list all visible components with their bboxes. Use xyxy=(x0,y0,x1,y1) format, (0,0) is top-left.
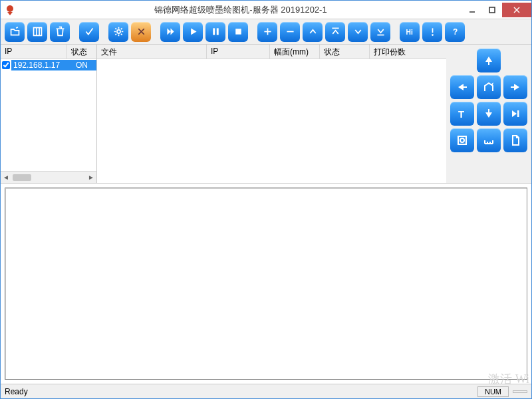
col-ip[interactable]: IP xyxy=(207,45,270,59)
text-button[interactable]: T xyxy=(450,102,474,126)
col-status[interactable]: 状态 xyxy=(67,45,96,59)
device-row[interactable]: 192.168.1.17 ON xyxy=(1,59,96,71)
move-up-button[interactable] xyxy=(303,22,323,42)
minimize-button[interactable] xyxy=(462,3,482,17)
device-ip: 192.168.1.17 xyxy=(11,60,67,70)
device-scrollbar[interactable]: ◄ ► xyxy=(1,171,96,183)
open-file-button[interactable] xyxy=(5,22,25,42)
job-list-panel: 文件 IP 幅面(mm) 状态 打印份数 xyxy=(97,45,446,183)
svg-rect-27 xyxy=(458,136,466,144)
status-ready: Ready xyxy=(5,387,473,396)
main-toolbar: Hi ? xyxy=(1,19,531,45)
help-button[interactable]: ? xyxy=(445,22,465,42)
confirm-button[interactable] xyxy=(79,22,99,42)
tools-button[interactable] xyxy=(131,22,151,42)
move-bottom-button[interactable] xyxy=(370,22,390,42)
pause-button[interactable] xyxy=(205,22,225,42)
status-num: NUM xyxy=(477,386,509,397)
direction-pad: T xyxy=(446,45,531,183)
skip-forward-button[interactable] xyxy=(503,102,527,126)
stop-button[interactable] xyxy=(228,22,248,42)
dpad-down-button[interactable] xyxy=(477,102,501,126)
svg-text:?: ? xyxy=(453,27,458,37)
title-bar: 锦德网络超级喷墨绘图机-服务器 20191202-1 xyxy=(1,1,531,19)
target-button[interactable] xyxy=(450,128,474,152)
col-copies[interactable]: 打印份数 xyxy=(370,45,446,59)
window-title: 锦德网络超级喷墨绘图机-服务器 20191202-1 xyxy=(19,4,462,16)
hi-button[interactable]: Hi xyxy=(400,22,420,42)
job-list-header: 文件 IP 幅面(mm) 状态 打印份数 xyxy=(97,45,446,59)
device-list[interactable]: 192.168.1.17 ON xyxy=(1,59,96,171)
svg-rect-26 xyxy=(517,110,519,117)
settings-button[interactable] xyxy=(108,22,128,42)
svg-rect-2 xyxy=(489,7,495,13)
status-empty-cell xyxy=(513,390,527,393)
device-list-panel: IP 状态 192.168.1.17 ON ◄ ► xyxy=(1,45,97,183)
col-file[interactable]: 文件 xyxy=(97,45,207,59)
move-down-button[interactable] xyxy=(348,22,368,42)
svg-rect-5 xyxy=(33,28,41,36)
svg-text:Hi: Hi xyxy=(406,29,412,36)
svg-point-19 xyxy=(432,34,434,36)
play-button[interactable] xyxy=(183,22,203,42)
ruler-button[interactable] xyxy=(477,128,501,152)
col-status[interactable]: 状态 xyxy=(320,45,370,59)
scroll-right-icon[interactable]: ► xyxy=(86,174,96,181)
dpad-up-button[interactable] xyxy=(477,49,501,72)
svg-rect-10 xyxy=(216,28,218,35)
job-list[interactable] xyxy=(97,59,446,183)
log-panel[interactable] xyxy=(5,188,527,380)
layout-button[interactable] xyxy=(27,22,47,42)
scroll-thumb[interactable] xyxy=(13,174,31,181)
svg-rect-11 xyxy=(235,29,241,35)
alert-button[interactable] xyxy=(422,22,442,42)
svg-point-8 xyxy=(116,30,120,33)
svg-point-0 xyxy=(7,5,13,12)
status-bar: Ready NUM xyxy=(1,384,531,398)
maximize-button[interactable] xyxy=(482,3,502,17)
document-button[interactable] xyxy=(503,128,527,152)
svg-text:T: T xyxy=(458,108,464,120)
device-checkbox[interactable] xyxy=(1,61,11,69)
dpad-home-button[interactable] xyxy=(477,75,501,99)
close-button[interactable] xyxy=(502,3,531,17)
col-width[interactable]: 幅面(mm) xyxy=(270,45,320,59)
app-icon xyxy=(3,3,17,17)
fast-forward-button[interactable] xyxy=(160,22,180,42)
delete-button[interactable] xyxy=(50,22,70,42)
device-list-header: IP 状态 xyxy=(1,45,96,59)
device-status: ON xyxy=(67,60,96,70)
move-top-button[interactable] xyxy=(325,22,345,42)
dpad-left-button[interactable] xyxy=(450,75,474,99)
col-ip[interactable]: IP xyxy=(1,45,67,59)
dpad-right-button[interactable] xyxy=(503,75,527,99)
minus-button[interactable] xyxy=(280,22,300,42)
scroll-left-icon[interactable]: ◄ xyxy=(1,174,11,181)
svg-point-28 xyxy=(460,138,464,142)
svg-rect-9 xyxy=(213,28,215,35)
plus-button[interactable] xyxy=(257,22,277,42)
